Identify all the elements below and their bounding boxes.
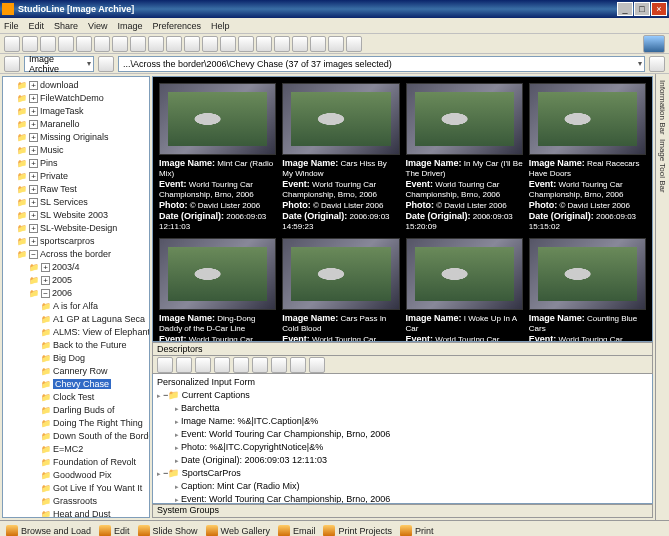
toolbar-button[interactable] (22, 36, 38, 52)
toolbar-button[interactable] (346, 36, 362, 52)
desc-tool[interactable] (214, 357, 230, 373)
action-printprojects[interactable]: Print Projects (323, 525, 392, 537)
thumbnail-grid[interactable]: Image Name: Mint Car (Radio Mix)Event: W… (152, 76, 653, 342)
thumbnail-image[interactable] (159, 83, 276, 155)
minimize-button[interactable]: _ (617, 2, 633, 16)
nav-button[interactable] (98, 56, 114, 72)
menu-image[interactable]: Image (117, 21, 142, 31)
desc-tool[interactable] (290, 357, 306, 373)
toolbar-button[interactable] (4, 36, 20, 52)
toolbar-button[interactable] (202, 36, 218, 52)
collapse-icon[interactable]: − (163, 390, 168, 400)
tree-item[interactable]: +SL Website 2003 (17, 209, 147, 222)
tree-item[interactable]: +SL-Website-Design (17, 222, 147, 235)
tree-item[interactable]: +Missing Originals (17, 131, 147, 144)
descriptor-row[interactable]: Date (Original): 2006:09:03 12:11:03 (175, 454, 648, 467)
desc-tool[interactable] (195, 357, 211, 373)
toolbar-button[interactable] (220, 36, 236, 52)
tree-item-2006[interactable]: −2006A is for AlfaA1 GP at Laguna SecaAL… (29, 287, 147, 518)
action-edit[interactable]: Edit (99, 525, 130, 537)
path-combo[interactable]: ...\Across the border\2006\Chevy Chase (… (118, 56, 645, 72)
system-groups-header[interactable]: System Groups (152, 504, 653, 518)
thumbnail-card[interactable]: Image Name: I Woke Up In A CarEvent: Wor… (406, 238, 523, 342)
desc-tool[interactable] (309, 357, 325, 373)
folder-tree[interactable]: +download+FileWatchDemo+ImageTask+Marane… (2, 76, 150, 518)
thumbnail-card[interactable]: Image Name: Mint Car (Radio Mix)Event: W… (159, 83, 276, 232)
thumbnail-card[interactable]: Image Name: Real Racecars Have DoorsEven… (529, 83, 646, 232)
collapse-tree-button[interactable] (4, 56, 20, 72)
trash-icon[interactable] (643, 35, 665, 53)
tree-item[interactable]: +Private (17, 170, 147, 183)
menu-help[interactable]: Help (211, 21, 230, 31)
thumbnail-image[interactable] (282, 238, 399, 310)
collapse-icon[interactable]: − (163, 468, 168, 478)
tree-item[interactable]: E=MC2 (41, 443, 147, 456)
tree-item[interactable]: Clock Test (41, 391, 147, 404)
desc-tool[interactable] (252, 357, 268, 373)
tree-item[interactable]: Doing The Right Thing (41, 417, 147, 430)
descriptor-row[interactable]: Image Name: %&|ITC.Caption|&% (175, 415, 648, 428)
toolbar-button[interactable] (256, 36, 272, 52)
action-slideshow[interactable]: Slide Show (138, 525, 198, 537)
tree-item-across[interactable]: −Across the border+2003/4+2005−2006A is … (17, 248, 147, 518)
go-button[interactable] (649, 56, 665, 72)
tree-item[interactable]: Cannery Row (41, 365, 147, 378)
thumbnail-image[interactable] (282, 83, 399, 155)
tree-item[interactable]: Got Live If You Want It (41, 482, 147, 495)
desc-tool[interactable] (157, 357, 173, 373)
maximize-button[interactable]: □ (634, 2, 650, 16)
toolbar-button[interactable] (40, 36, 56, 52)
desc-tool[interactable] (176, 357, 192, 373)
toolbar-button[interactable] (310, 36, 326, 52)
tree-item[interactable]: Down South of the Border (41, 430, 147, 443)
tree-item[interactable]: +FileWatchDemo (17, 92, 147, 105)
desc-tool[interactable] (271, 357, 287, 373)
thumbnail-image[interactable] (529, 238, 646, 310)
action-browse[interactable]: Browse and Load (6, 525, 91, 537)
thumbnail-card[interactable]: Image Name: Ding-Dong Daddy of the D-Car… (159, 238, 276, 342)
tree-item[interactable]: Foundation of Revolt (41, 456, 147, 469)
tab-image-tool-bar[interactable]: Image Tool Bar (658, 139, 667, 193)
group-sportscarpros[interactable]: −📁 SportsCarPros (157, 467, 648, 480)
toolbar-button[interactable] (58, 36, 74, 52)
descriptor-row[interactable]: Barchetta (175, 402, 648, 415)
toolbar-button[interactable] (166, 36, 182, 52)
toolbar-button[interactable] (76, 36, 92, 52)
desc-tool[interactable] (233, 357, 249, 373)
view-combo[interactable]: Image Archive (24, 56, 94, 72)
toolbar-button[interactable] (274, 36, 290, 52)
tree-item[interactable]: ALMS: View of Elephant Mounta (41, 326, 147, 339)
descriptor-panel[interactable]: Personalized Input Form −📁 Current Capti… (152, 374, 653, 504)
toolbar-button[interactable] (148, 36, 164, 52)
toolbar-button[interactable] (130, 36, 146, 52)
tree-item[interactable]: Big Dog (41, 352, 147, 365)
action-print[interactable]: Print (400, 525, 434, 537)
tree-item[interactable]: +sportscarpros (17, 235, 147, 248)
tree-item[interactable]: +2003/4 (29, 261, 147, 274)
descriptor-row[interactable]: Event: World Touring Car Championship, B… (175, 428, 648, 441)
tree-item[interactable]: Heat and Dust (41, 508, 147, 518)
thumbnail-image[interactable] (159, 238, 276, 310)
action-webgallery[interactable]: Web Gallery (206, 525, 270, 537)
descriptors-header[interactable]: Descriptors (152, 342, 653, 356)
descriptor-row[interactable]: Photo: %&|ITC.CopyrightNotice|&% (175, 441, 648, 454)
tree-item[interactable]: +ImageTask (17, 105, 147, 118)
tree-item[interactable]: Grassroots (41, 495, 147, 508)
tree-item[interactable]: Chevy Chase (41, 378, 147, 391)
group-current-captions[interactable]: −📁 Current Captions (157, 389, 648, 402)
descriptor-row[interactable]: Caption: Mint Car (Radio Mix) (175, 480, 648, 493)
thumbnail-card[interactable]: Image Name: Cars Pass In Cold BloodEvent… (282, 238, 399, 342)
descriptor-row[interactable]: Event: World Touring Car Championship, B… (175, 493, 648, 504)
toolbar-button[interactable] (292, 36, 308, 52)
tree-item[interactable]: Goodwood Pix (41, 469, 147, 482)
tree-item[interactable]: +SL Services (17, 196, 147, 209)
toolbar-button[interactable] (94, 36, 110, 52)
thumbnail-card[interactable]: Image Name: Counting Blue CarsEvent: Wor… (529, 238, 646, 342)
tree-item[interactable]: +2005 (29, 274, 147, 287)
toolbar-button[interactable] (112, 36, 128, 52)
tree-item[interactable]: +Music (17, 144, 147, 157)
action-email[interactable]: Email (278, 525, 316, 537)
tree-item[interactable]: Back to the Future (41, 339, 147, 352)
tree-item[interactable]: A is for Alfa (41, 300, 147, 313)
tree-item[interactable]: A1 GP at Laguna Seca (41, 313, 147, 326)
